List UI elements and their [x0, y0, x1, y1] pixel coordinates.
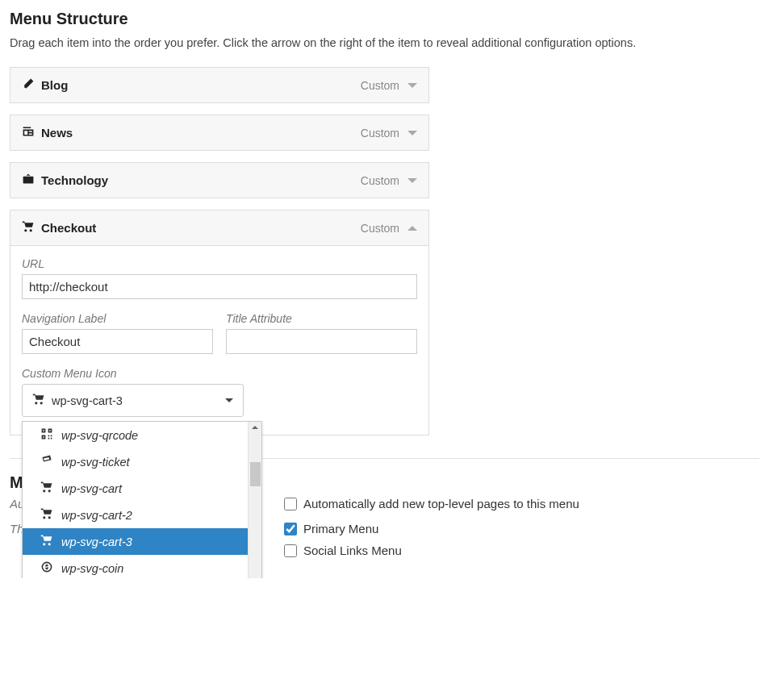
option-label: wp-svg-qrcode	[61, 429, 138, 442]
icon-dropdown[interactable]: wp-svg-qrcode wp-svg-ticket wp-svg-cart	[22, 421, 262, 578]
menu-item-type: Custom	[361, 222, 399, 235]
pencil-icon	[22, 77, 35, 93]
news-icon	[22, 125, 35, 140]
selected-icon-name: wp-svg-cart-3	[52, 394, 123, 407]
section-description: Drag each item into the order you prefer…	[10, 36, 759, 49]
caret-down-icon	[225, 398, 233, 402]
menu-item-header[interactable]: Blog Custom	[10, 68, 428, 102]
cart-icon	[32, 393, 45, 408]
dropdown-option-coin[interactable]: wp-svg-coin	[23, 555, 248, 578]
dropdown-option-cart[interactable]: wp-svg-cart	[23, 475, 248, 502]
option-label: wp-svg-cart	[61, 482, 122, 495]
title-attr-label: Title Attribute	[226, 312, 417, 325]
menu-item-checkout[interactable]: Checkout Custom URL Navigation Label Tit…	[10, 210, 429, 435]
option-label: wp-svg-coin	[61, 562, 123, 575]
option-label: wp-svg-ticket	[61, 456, 130, 469]
menu-item-header[interactable]: News Custom	[10, 115, 428, 150]
cart-icon	[40, 481, 53, 496]
primary-menu-text: Primary Menu	[303, 522, 378, 535]
scrollbar-thumb[interactable]	[250, 462, 261, 486]
ticket-icon	[40, 454, 53, 469]
menu-item-header[interactable]: Checkout Custom	[10, 210, 428, 245]
url-input[interactable]	[22, 274, 417, 299]
dropdown-option-cart-3[interactable]: wp-svg-cart-3	[23, 528, 248, 555]
chevron-down-icon[interactable]	[407, 83, 417, 88]
custom-icon-label: Custom Menu Icon	[22, 367, 417, 380]
menu-item-label: Technology	[41, 173, 108, 187]
url-label: URL	[22, 257, 417, 270]
scrollbar[interactable]	[248, 422, 261, 578]
primary-menu-checkbox[interactable]	[284, 523, 297, 535]
menu-item-label: News	[41, 126, 73, 140]
menu-item-header[interactable]: Technology Custom	[10, 163, 428, 198]
social-links-checkbox[interactable]	[284, 544, 297, 557]
menu-list: Blog Custom News Custom Technology	[10, 67, 429, 435]
option-label: wp-svg-cart-2	[61, 509, 132, 522]
menu-item-type: Custom	[361, 127, 399, 140]
option-label: wp-svg-cart-3	[61, 535, 132, 548]
title-attribute-input[interactable]	[226, 329, 417, 354]
menu-item-blog[interactable]: Blog Custom	[10, 67, 429, 103]
qrcode-icon	[40, 427, 53, 443]
cart-icon	[40, 507, 53, 523]
menu-item-type: Custom	[361, 174, 399, 187]
menu-item-label: Checkout	[41, 221, 96, 235]
chevron-down-icon[interactable]	[407, 178, 417, 183]
auto-add-checkbox[interactable]	[284, 498, 297, 510]
menu-item-news[interactable]: News Custom	[10, 115, 429, 151]
menu-item-body: URL Navigation Label Title Attribute Cus…	[10, 245, 428, 435]
dropdown-option-cart-2[interactable]: wp-svg-cart-2	[23, 502, 248, 528]
chevron-down-icon[interactable]	[407, 131, 417, 135]
cart-icon	[40, 534, 53, 549]
menu-item-technology[interactable]: Technology Custom	[10, 162, 429, 198]
section-title: Menu Structure	[10, 10, 759, 28]
menu-item-type: Custom	[361, 79, 399, 92]
social-links-checkbox-label[interactable]: Social Links Menu	[284, 544, 402, 557]
cart-icon	[22, 220, 35, 235]
primary-menu-checkbox-label[interactable]: Primary Menu	[284, 522, 402, 535]
nav-label-label: Navigation Label	[22, 312, 213, 325]
icon-select-button[interactable]: wp-svg-cart-3	[22, 384, 244, 417]
auto-add-checkbox-label[interactable]: Automatically add new top-level pages to…	[284, 497, 579, 510]
menu-item-label: Blog	[41, 78, 68, 92]
dropdown-option-qrcode[interactable]: wp-svg-qrcode	[23, 422, 248, 448]
auto-add-text: Automatically add new top-level pages to…	[303, 497, 579, 510]
social-links-text: Social Links Menu	[303, 544, 402, 557]
coin-icon	[40, 560, 53, 576]
tv-icon	[22, 173, 35, 188]
dropdown-option-ticket[interactable]: wp-svg-ticket	[23, 448, 248, 475]
navigation-label-input[interactable]	[22, 329, 213, 354]
chevron-up-icon[interactable]	[407, 226, 417, 231]
